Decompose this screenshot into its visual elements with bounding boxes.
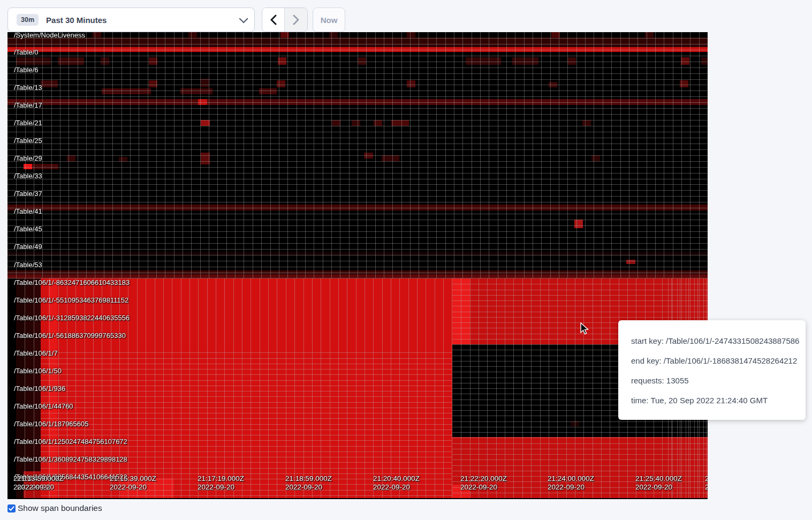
chevron-right-icon [293,14,300,25]
tooltip-start-key: start key: /Table/106/1/-247433150824388… [631,331,800,351]
time-range-dropdown[interactable]: 30m Past 30 Minutes [7,7,255,32]
hover-tooltip: start key: /Table/106/1/-247433150824388… [618,320,806,420]
tooltip-end-key: end key: /Table/106/1/-18683814745282642… [631,351,800,371]
key-visualizer-heatmap[interactable]: /System/NodeLiveness/Table/0/Table/6/Tab… [7,32,708,499]
footer-controls: Show span boundaries [7,503,102,513]
show-span-boundaries-label: Show span boundaries [18,503,102,513]
now-button[interactable]: Now [313,7,345,32]
next-time-button[interactable] [285,8,307,32]
prev-time-button[interactable] [262,8,285,32]
heatmap-canvas[interactable] [7,32,708,499]
checkmark-icon [9,506,14,511]
tooltip-requests: requests: 13055 [631,371,800,390]
chevron-down-icon [239,14,248,23]
show-span-boundaries-checkbox[interactable] [7,504,16,513]
time-nav-group [262,7,308,32]
time-range-badge: 30m [17,14,39,26]
time-range-label: Past 30 Minutes [46,16,239,25]
key-visualizer-page: 30m Past 30 Minutes Now /System/NodeLive… [0,0,812,520]
tooltip-time: time: Tue, 20 Sep 2022 21:24:40 GMT [631,390,800,410]
chevron-left-icon [270,14,277,25]
